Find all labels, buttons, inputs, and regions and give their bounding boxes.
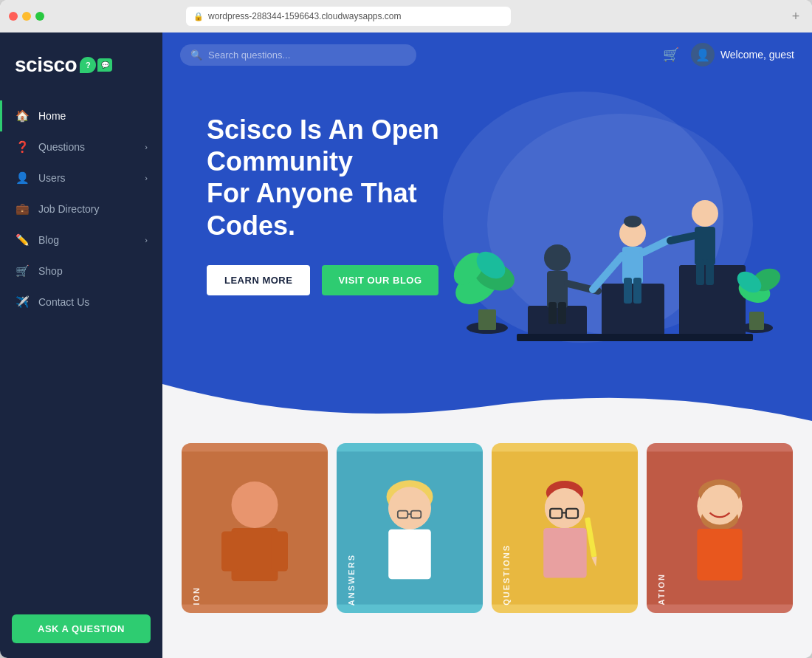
cards-section: ION (162, 428, 812, 658)
svg-rect-55 (543, 528, 587, 578)
svg-rect-2 (478, 309, 496, 330)
hero-title-line1: Scisco Is An Open Community (207, 114, 439, 177)
card-1-label: ION (192, 586, 201, 606)
hero-title: Scisco Is An Open Community For Anyone T… (207, 114, 502, 241)
new-tab-button[interactable]: + (788, 9, 803, 24)
users-icon: 👤 (15, 171, 30, 185)
search-icon: 🔍 (190, 49, 202, 61)
sidebar-item-blog[interactable]: ✏️ Blog › (0, 225, 162, 256)
card-2-illustration (337, 443, 483, 613)
sidebar-item-label: Home (38, 110, 148, 122)
learn-more-button[interactable]: LEARN MORE (207, 265, 310, 295)
sidebar-item-label: Contact Us (38, 296, 148, 308)
sidebar: scisco ? 💬 🏠 Home ❓ Questions › (0, 32, 162, 658)
svg-rect-10 (517, 334, 753, 341)
header-right: 🛒 👤 Welcome, guest (663, 43, 794, 66)
sidebar-item-shop[interactable]: 🛒 Shop (0, 256, 162, 287)
sidebar-item-questions[interactable]: ❓ Questions › (0, 131, 162, 162)
card-3[interactable]: QUESTIONS (492, 443, 638, 613)
card-3-illustration (492, 443, 638, 613)
nav-menu: 🏠 Home ❓ Questions › 👤 Users › 💼 Job Dir… (0, 100, 162, 614)
svg-line-27 (670, 236, 695, 241)
svg-rect-36 (221, 531, 238, 571)
questions-icon: ❓ (15, 140, 30, 154)
cart-icon[interactable]: 🛒 (663, 47, 679, 63)
user-info: 👤 Welcome, guest (691, 43, 794, 66)
address-bar[interactable]: 🔒 wordpress-288344-1596643.cloudwaysapps… (186, 7, 511, 26)
svg-rect-13 (548, 302, 557, 324)
logo-icons: ? 💬 (80, 57, 112, 73)
logo-text: scisco (15, 53, 77, 77)
svg-rect-7 (528, 306, 587, 335)
logo-bubble-icon: ? (80, 57, 96, 73)
svg-rect-42 (388, 530, 431, 580)
svg-rect-35 (232, 528, 278, 581)
hero-section: Scisco Is An Open Community For Anyone T… (162, 77, 812, 384)
chevron-right-icon: › (145, 143, 148, 151)
svg-point-17 (624, 216, 641, 227)
logo-area: scisco ? 💬 (0, 32, 162, 100)
lock-icon: 🔒 (193, 12, 204, 21)
shop-icon: 🛒 (15, 264, 30, 278)
sidebar-item-contact[interactable]: ✈️ Contact Us (0, 287, 162, 318)
ask-question-button[interactable]: ASK A QUESTION (12, 614, 151, 643)
sidebar-item-label: Job Directory (38, 203, 148, 215)
card-3-label: QUESTIONS (502, 544, 511, 606)
traffic-lights (9, 12, 44, 21)
svg-rect-29 (749, 312, 764, 330)
app-layout: scisco ? 💬 🏠 Home ❓ Questions › (0, 32, 812, 658)
search-input[interactable] (208, 49, 406, 61)
hero-title-line2: For Anyone That Codes. (207, 178, 417, 240)
home-icon: 🏠 (15, 109, 30, 123)
url-text: wordpress-288344-1596643.cloudwaysapps.c… (208, 11, 402, 21)
job-icon: 💼 (15, 202, 30, 216)
browser-chrome: 🔒 wordpress-288344-1596643.cloudwaysapps… (0, 0, 812, 32)
avatar: 👤 (691, 43, 715, 66)
cards-row: ION (162, 443, 812, 613)
chevron-right-icon: › (145, 174, 148, 182)
blog-icon: ✏️ (15, 233, 30, 247)
main-content: 🔍 🛒 👤 Welcome, guest Scisco Is An Open C… (162, 32, 812, 658)
card-4[interactable]: ATION (647, 443, 793, 613)
search-bar[interactable]: 🔍 (180, 44, 416, 66)
svg-point-34 (232, 481, 278, 528)
sidebar-item-users[interactable]: 👤 Users › (0, 162, 162, 193)
contact-icon: ✈️ (15, 295, 30, 309)
svg-rect-37 (272, 531, 289, 571)
sidebar-item-home[interactable]: 🏠 Home (0, 100, 162, 131)
sidebar-item-label: Shop (38, 265, 148, 277)
logo: scisco ? 💬 (15, 53, 148, 77)
card-2[interactable]: ANSWERS (337, 443, 483, 613)
sidebar-item-label: Questions (38, 141, 136, 153)
minimize-button[interactable] (22, 12, 31, 21)
sidebar-item-label: Blog (38, 234, 136, 246)
card-4-illustration (647, 443, 793, 613)
svg-point-41 (388, 487, 431, 530)
sidebar-item-job-directory[interactable]: 💼 Job Directory (0, 193, 162, 225)
card-4-label: ATION (657, 573, 666, 605)
hero-buttons: LEARN MORE VISIT OUR BLOG (207, 265, 768, 295)
maximize-button[interactable] (35, 12, 44, 21)
browser-window: 🔒 wordpress-288344-1596643.cloudwaysapps… (0, 0, 812, 658)
wave-container (162, 384, 812, 428)
visit-blog-button[interactable]: VISIT OUR BLOG (322, 265, 438, 295)
card-1[interactable]: ION (182, 443, 328, 613)
svg-rect-61 (697, 529, 742, 580)
svg-point-49 (545, 488, 585, 528)
card-2-label: ANSWERS (347, 554, 356, 606)
top-header: 🔍 🛒 👤 Welcome, guest (162, 32, 812, 77)
welcome-text: Welcome, guest (720, 49, 794, 61)
sidebar-item-label: Users (38, 172, 136, 184)
svg-rect-14 (558, 302, 566, 324)
card-1-illustration (182, 443, 328, 613)
chevron-right-icon: › (145, 236, 148, 244)
close-button[interactable] (9, 12, 18, 21)
wave-svg (162, 384, 812, 428)
svg-point-23 (692, 200, 718, 227)
logo-chat-icon: 💬 (97, 58, 112, 72)
svg-point-60 (700, 484, 740, 524)
